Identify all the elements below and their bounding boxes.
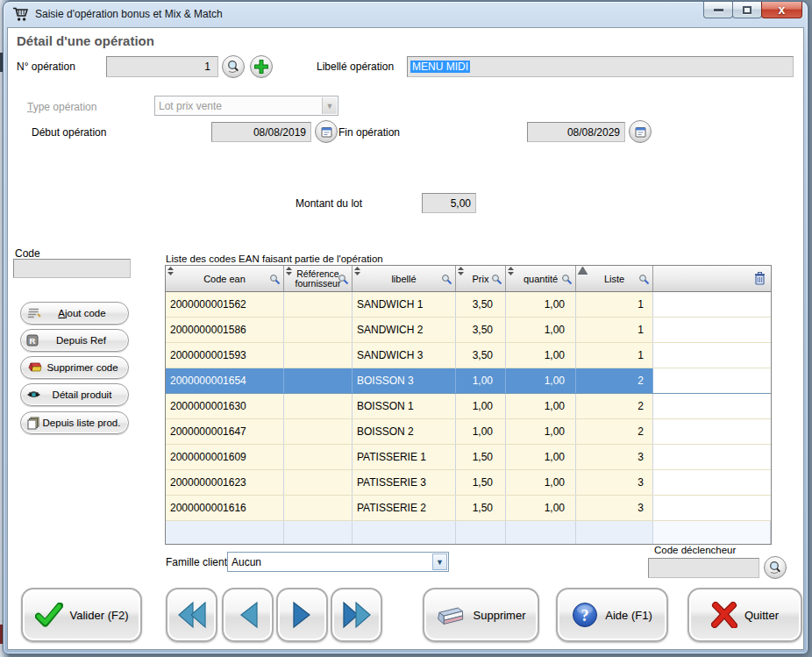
cell-prix: 1,50: [456, 496, 506, 520]
cell-libelle: SANDWICH 3: [353, 343, 456, 368]
cell-actions: [653, 318, 771, 342]
depuis-ref-button[interactable]: R Depuis Ref: [20, 329, 129, 352]
maximize-button[interactable]: [732, 2, 762, 18]
code-declencheur-label: Code déclencheur: [654, 545, 736, 555]
cell-quantite: 1,00: [506, 368, 576, 393]
code-declencheur-field[interactable]: [648, 558, 759, 578]
montant-lot-field[interactable]: 5,00: [422, 193, 476, 213]
num-operation-label: N° opération: [17, 61, 75, 73]
cell-quantite: 1,00: [506, 394, 576, 418]
type-operation-label: Type opération: [27, 101, 96, 113]
table-row[interactable]: 2000000001654BOISSON 31,001,002: [166, 368, 771, 394]
num-operation-field[interactable]: 1: [106, 56, 218, 77]
next-record-icon: [289, 599, 316, 631]
quitter-label: Quitter: [744, 609, 779, 622]
nav-next-button[interactable]: [276, 588, 328, 642]
add-operation-button[interactable]: [250, 55, 273, 78]
famille-client-combobox[interactable]: Aucun ▼: [227, 552, 449, 572]
nav-previous-button[interactable]: [222, 588, 274, 642]
cell-prix: 1,50: [456, 445, 506, 469]
content-panel: Détail d'une opération N° opération 1 Li…: [7, 27, 804, 650]
cell-code-ean: 2000000001586: [166, 318, 284, 342]
column-header-quantite[interactable]: quantité: [506, 266, 576, 291]
table-empty-row[interactable]: [166, 521, 771, 544]
fin-operation-field[interactable]: 08/08/2029: [527, 122, 625, 142]
cell-actions: [653, 343, 771, 368]
sort-asc-icon: [578, 267, 588, 275]
debut-operation-field[interactable]: 08/08/2019: [211, 122, 311, 142]
pages-icon: [26, 417, 40, 430]
libelle-operation-label: Libellé opération: [317, 61, 394, 73]
libelle-operation-field[interactable]: MENU MIDI: [407, 56, 794, 77]
column-header-actions[interactable]: [653, 266, 771, 291]
cell-quantite: 1,00: [506, 470, 576, 495]
ajout-code-label: Ajout code: [41, 308, 123, 318]
nav-last-button[interactable]: [331, 588, 382, 642]
depuis-liste-prod-button[interactable]: Depuis liste prod.: [20, 411, 129, 434]
window-title: Saisie d'opération bonus et Mix & Match: [35, 8, 223, 20]
search-icon: [768, 561, 782, 575]
quitter-button[interactable]: Quitter: [687, 588, 802, 642]
debut-calendar-button[interactable]: [315, 120, 338, 143]
table-row[interactable]: 2000000001647BOISSON 21,001,002: [166, 419, 771, 445]
column-header-liste[interactable]: Liste: [576, 266, 653, 291]
cell-prix: 3,50: [456, 318, 506, 342]
nav-first-button[interactable]: [166, 588, 217, 642]
cell-libelle: BOISSON 1: [353, 394, 456, 418]
cell-liste: 3: [576, 470, 653, 495]
titlebar[interactable]: Saisie d'opération bonus et Mix & Match …: [4, 2, 808, 26]
table-row[interactable]: 2000000001586SANDWICH 23,501,001: [166, 318, 771, 343]
filter-search-icon: [441, 274, 452, 285]
montant-lot-label: Montant du lot: [296, 197, 362, 210]
column-header-code-ean[interactable]: Code ean: [166, 266, 284, 291]
aide-label: Aide (F1): [605, 609, 652, 622]
check-icon: [35, 603, 63, 627]
cell-reference-fournisseur: [284, 368, 353, 393]
ajout-code-button[interactable]: Ajout code: [20, 302, 129, 325]
valider-button[interactable]: Valider (F2): [21, 588, 142, 642]
code-field[interactable]: [13, 259, 131, 278]
detail-produit-label: Détail produit: [41, 389, 123, 400]
fin-operation-label: Fin opération: [338, 126, 400, 139]
cell-quantite: 1,00: [506, 292, 576, 317]
cell-liste: 3: [576, 496, 653, 520]
cell-reference-fournisseur: [284, 394, 353, 418]
supprimer-code-button[interactable]: Supprimer code: [20, 356, 129, 379]
calendar-icon: [634, 125, 647, 139]
combobox-arrow-icon: ▼: [432, 553, 447, 570]
aide-button[interactable]: ? Aide (F1): [556, 588, 668, 642]
minimize-button[interactable]: [703, 2, 733, 18]
table-row[interactable]: 2000000001609PATISSERIE 11,501,003: [166, 445, 771, 470]
libelle-operation-value: MENU MIDI: [410, 61, 470, 73]
search-operation-button[interactable]: [222, 55, 245, 78]
column-header-reference-fournisseur[interactable]: Référence fournisseur: [284, 266, 353, 291]
section-title: Détail d'une opération: [17, 33, 154, 48]
detail-produit-button[interactable]: Détail produit: [20, 383, 129, 406]
table-row[interactable]: 2000000001562SANDWICH 13,501,001: [166, 292, 771, 318]
table-caption: Liste des codes EAN faisant partie de l'…: [166, 254, 383, 264]
column-header-libelle[interactable]: libellé: [353, 266, 456, 291]
supprimer-button[interactable]: Supprimer: [423, 588, 539, 642]
table-row[interactable]: 2000000001630BOISSON 11,001,002: [166, 394, 771, 419]
cell-actions: [653, 419, 771, 444]
previous-record-icon: [235, 599, 261, 631]
cell-reference-fournisseur: [284, 445, 353, 469]
table-row[interactable]: 2000000001593SANDWICH 33,501,001: [166, 343, 771, 368]
cell-libelle: BOISSON 3: [353, 368, 456, 393]
code-declencheur-search-button[interactable]: [764, 556, 787, 579]
table-body: 2000000001562SANDWICH 13,501,00120000000…: [166, 292, 771, 521]
cell-liste: 2: [576, 394, 653, 418]
cell-prix: 1,00: [456, 368, 506, 393]
cell-code-ean: 2000000001609: [166, 445, 284, 469]
calendar-icon: [320, 125, 333, 139]
combobox-arrow-icon: ▼: [322, 97, 337, 114]
fin-calendar-button[interactable]: [629, 120, 652, 143]
column-header-prix[interactable]: Prix: [456, 266, 506, 291]
depuis-ref-label: Depuis Ref: [39, 335, 123, 346]
sort-icon: [167, 267, 174, 275]
supprimer-code-label: Supprimer code: [42, 362, 123, 373]
table-row[interactable]: 2000000001616PATISSERIE 21,501,003: [166, 496, 771, 521]
close-button[interactable]: x: [761, 2, 802, 18]
filter-search-icon: [638, 274, 650, 285]
table-row[interactable]: 2000000001623PATISSERIE 31,501,003: [166, 470, 771, 496]
